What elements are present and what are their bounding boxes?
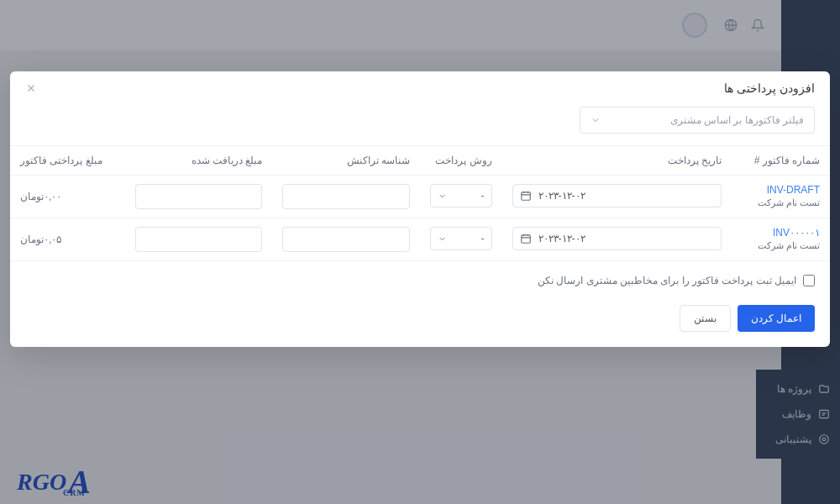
close-button[interactable]: بستن (680, 305, 731, 332)
filter-placeholder: فیلتر فاکتورها بر اساس مشتری (670, 114, 804, 126)
amount-received-input[interactable] (135, 227, 263, 252)
invoice-link[interactable]: INV۰۰۰۰۰۱ (773, 227, 820, 239)
modal-title: افزودن پرداختی ها (724, 81, 815, 95)
payment-date-input[interactable] (512, 184, 722, 207)
th-payment-method: روش پرداخت (420, 146, 502, 176)
argo-crm-logo: A RGO CRM (17, 469, 91, 496)
logo-rest: RGO (17, 469, 66, 496)
payment-method-select[interactable]: - (430, 184, 492, 207)
invoice-link[interactable]: INV-DRAFT (767, 184, 820, 196)
modal-footer: اعمال کردن بستن (10, 293, 830, 347)
svg-rect-4 (521, 192, 530, 200)
date-field[interactable] (538, 190, 714, 202)
th-invoice-amount: مبلغ پرداختی فاکتور (10, 146, 125, 176)
method-value: - (481, 233, 485, 244)
th-invoice-no: شماره فاکتور # (732, 146, 830, 176)
calendar-icon[interactable] (520, 233, 532, 244)
table-row: INV-DRAFT تست نام شرکت - (10, 176, 830, 218)
th-amount-received: مبلغ دریافت شده (125, 146, 273, 176)
svg-rect-5 (521, 235, 530, 243)
chevron-down-icon (438, 234, 447, 244)
invoice-amount: ۰,۰۵تومان (20, 227, 115, 245)
chevron-down-icon (591, 115, 601, 125)
th-payment-date: تاریخ پرداخت (502, 146, 732, 176)
add-payments-modal: افزودن پرداختی ها فیلتر فاکتورها بر اساس… (10, 71, 830, 347)
payment-method-select[interactable]: - (430, 227, 492, 250)
checkbox-label: ایمیل ثبت پرداخت فاکتور را برای مخاطبین … (538, 275, 796, 286)
transaction-id-input[interactable] (282, 184, 410, 209)
transaction-id-input[interactable] (282, 227, 410, 252)
company-name: تست نام شرکت (742, 240, 820, 251)
logo-subtitle: CRM (63, 488, 86, 497)
amount-received-input[interactable] (135, 184, 263, 209)
date-field[interactable] (538, 233, 714, 244)
payments-table: شماره فاکتور # تاریخ پرداخت روش پرداخت ش… (10, 145, 830, 261)
apply-button[interactable]: اعمال کردن (738, 305, 815, 332)
th-transaction-id: شناسه تراکنش (272, 146, 420, 176)
chevron-down-icon (438, 192, 447, 201)
email-checkbox-row: ایمیل ثبت پرداخت فاکتور را برای مخاطبین … (10, 261, 830, 293)
table-row: INV۰۰۰۰۰۱ تست نام شرکت - (10, 218, 830, 261)
customer-filter-select[interactable]: فیلتر فاکتورها بر اساس مشتری (580, 107, 815, 134)
method-value: - (481, 190, 485, 202)
filter-row: فیلتر فاکتورها بر اساس مشتری (10, 102, 830, 145)
calendar-icon[interactable] (520, 190, 532, 202)
company-name: تست نام شرکت (742, 197, 820, 208)
dont-send-email-checkbox[interactable] (803, 275, 815, 286)
invoice-amount: ۰,۰۰تومان (20, 184, 115, 202)
modal-header: افزودن پرداختی ها (10, 71, 830, 102)
payment-date-input[interactable] (512, 227, 722, 250)
close-icon[interactable] (25, 82, 37, 94)
